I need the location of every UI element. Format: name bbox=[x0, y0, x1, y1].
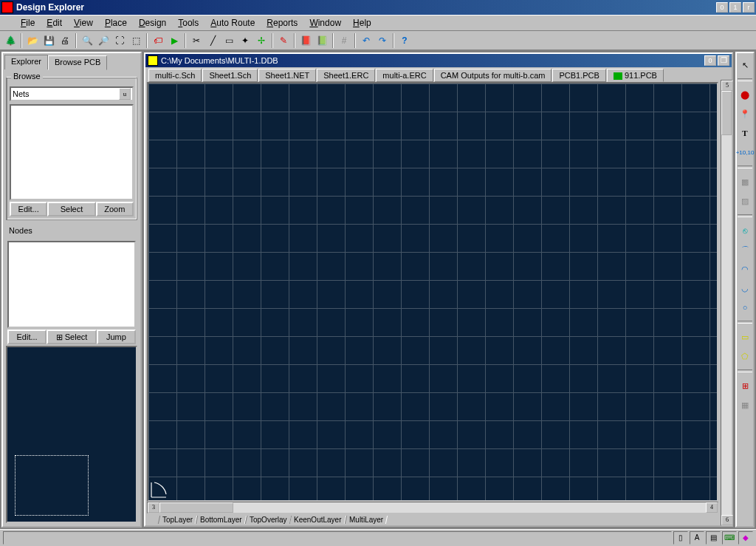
doc-tabs: multi-c.Sch Sheet1.Sch Sheet1.NET Sheet1… bbox=[145, 67, 732, 82]
pad-tool-icon[interactable]: 📍 bbox=[738, 106, 752, 121]
menu-reports[interactable]: Reports bbox=[261, 16, 303, 30]
scroll-right-icon[interactable]: 4 bbox=[706, 502, 718, 513]
zoom-in-icon[interactable]: 🔍 bbox=[80, 33, 94, 48]
layer-top[interactable]: TopLayer bbox=[158, 516, 197, 524]
v-scroll-thumb[interactable] bbox=[721, 91, 732, 135]
browse-type-select[interactable]: Nets bbox=[10, 86, 134, 101]
dimension-tool-icon[interactable]: +10,10 bbox=[738, 145, 752, 160]
book1-icon[interactable]: 📕 bbox=[298, 33, 313, 48]
run-icon[interactable]: ▶ bbox=[167, 33, 182, 48]
status-cell-2[interactable]: A bbox=[690, 531, 704, 545]
tab-911-pcb[interactable]: 911.PCB bbox=[607, 69, 664, 82]
status-cell-1[interactable]: ▯ bbox=[673, 531, 688, 545]
save-icon[interactable]: 💾 bbox=[41, 33, 56, 48]
select-icon[interactable]: ▭ bbox=[221, 33, 236, 48]
tab-sheet1-sch[interactable]: Sheet1.Sch bbox=[202, 69, 258, 82]
status-cell-5[interactable]: ◆ bbox=[738, 531, 753, 545]
print-icon[interactable]: 🖨 bbox=[58, 33, 72, 48]
h-scrollbar[interactable]: 3 4 bbox=[147, 502, 718, 513]
minimize-button[interactable] bbox=[716, 2, 728, 13]
via-tool-icon[interactable]: ⬤ bbox=[738, 87, 752, 102]
layer-topoverlay[interactable]: TopOverlay bbox=[245, 516, 292, 524]
open-icon[interactable]: 📂 bbox=[25, 33, 40, 48]
jump-button[interactable]: Jump bbox=[97, 330, 136, 344]
region-tool-icon[interactable]: ▨ bbox=[738, 194, 752, 208]
tab-sheet1-net[interactable]: Sheet1.NET bbox=[258, 69, 316, 82]
undo-icon[interactable]: ↶ bbox=[359, 33, 374, 48]
move-icon[interactable]: ✢ bbox=[254, 33, 269, 48]
help-icon[interactable]: ? bbox=[397, 33, 412, 48]
v-scroll-track[interactable] bbox=[721, 91, 732, 515]
arc-any-tool-icon[interactable]: ◡ bbox=[738, 281, 752, 296]
menu-autoroute[interactable]: Auto Route bbox=[205, 16, 261, 30]
doc-minimize-button[interactable] bbox=[704, 55, 716, 66]
cursor-tool-icon[interactable]: ↖ bbox=[738, 58, 752, 72]
tab-browse-pcb[interactable]: Browse PCB bbox=[48, 55, 107, 70]
track-tool-icon[interactable]: ⎋ bbox=[738, 223, 752, 238]
minimap[interactable] bbox=[6, 346, 137, 523]
h-scroll-thumb[interactable] bbox=[159, 502, 233, 513]
drc-icon[interactable]: ✎ bbox=[276, 33, 291, 48]
menu-window[interactable]: Window bbox=[303, 16, 347, 30]
zoom-area-icon[interactable]: ⬚ bbox=[128, 33, 143, 48]
array-tool-icon[interactable]: ⊞ bbox=[738, 378, 752, 393]
menu-place[interactable]: Place bbox=[99, 16, 133, 30]
scroll-left-icon[interactable]: 3 bbox=[148, 502, 159, 513]
layer-keepout[interactable]: KeenOutLayer bbox=[289, 516, 346, 524]
text-tool-icon[interactable]: T bbox=[738, 126, 752, 140]
nets-listbox[interactable] bbox=[10, 104, 134, 200]
select-button[interactable]: Select bbox=[47, 202, 95, 216]
menu-edit[interactable]: Edit bbox=[41, 16, 68, 30]
doc-restore-button[interactable]: ❐ bbox=[718, 55, 729, 66]
arc-edge-tool-icon[interactable]: ◠ bbox=[738, 262, 752, 276]
scroll-down-icon[interactable]: 6 bbox=[721, 515, 733, 525]
tab-multi-a-erc[interactable]: multi-a.ERC bbox=[376, 69, 433, 82]
zoom-fit-icon[interactable]: ⛶ bbox=[112, 33, 127, 48]
tree-icon[interactable]: 🌲 bbox=[3, 33, 18, 48]
fill-tool-icon[interactable]: ▩ bbox=[738, 174, 752, 189]
maximize-button[interactable] bbox=[729, 2, 741, 13]
room-tool-icon[interactable]: ▦ bbox=[738, 397, 752, 412]
tab-pcb1[interactable]: PCB1.PCB bbox=[552, 69, 605, 82]
arc-center-tool-icon[interactable]: ⌒ bbox=[738, 242, 752, 257]
pcb-canvas[interactable] bbox=[148, 83, 717, 500]
edit-button[interactable]: Edit... bbox=[10, 202, 47, 216]
menu-file[interactable]: File bbox=[15, 16, 41, 30]
doc-title-bar[interactable]: C:\My Documents\MULTI-1.DDB ❐ bbox=[145, 54, 732, 67]
tab-explorer[interactable]: Explorer bbox=[4, 55, 48, 69]
v-scrollbar[interactable]: 5 6 bbox=[721, 80, 732, 526]
tab-multi-c[interactable]: multi-c.Sch bbox=[148, 69, 202, 82]
zoom-button[interactable]: Zoom bbox=[96, 202, 134, 216]
tab-sheet1-erc[interactable]: Sheet1.ERC bbox=[317, 69, 375, 82]
full-circle-tool-icon[interactable]: ○ bbox=[738, 300, 752, 315]
zoom-out-icon[interactable]: 🔎 bbox=[96, 33, 111, 48]
redo-icon[interactable]: ↷ bbox=[375, 33, 390, 48]
rectangle-tool-icon[interactable]: ▭ bbox=[738, 330, 752, 344]
close-button[interactable] bbox=[743, 2, 755, 13]
browse-group-label: Browse bbox=[11, 72, 43, 81]
book2-icon[interactable]: 📗 bbox=[315, 33, 329, 48]
deselect-icon[interactable]: ✦ bbox=[238, 33, 252, 48]
layer-bottom[interactable]: BottomLayer bbox=[196, 516, 247, 524]
polygon-tool-icon[interactable]: ⬠ bbox=[738, 349, 752, 364]
menu-design[interactable]: Design bbox=[133, 16, 172, 30]
select2-button[interactable]: ⊞ Select bbox=[47, 330, 97, 344]
nodes-listbox[interactable] bbox=[7, 241, 136, 328]
status-cell-3[interactable]: ▤ bbox=[706, 531, 721, 545]
menu-help[interactable]: Help bbox=[347, 16, 377, 30]
edit2-button[interactable]: Edit... bbox=[7, 330, 47, 344]
dropdown-arrow-icon[interactable] bbox=[119, 88, 131, 100]
cut-icon[interactable]: ✂ bbox=[189, 33, 204, 48]
h-scroll-track[interactable] bbox=[159, 502, 706, 513]
tab-cam-outputs[interactable]: CAM Outputs for multi-b.cam bbox=[434, 69, 552, 82]
status-cell-4[interactable]: ⌨ bbox=[722, 531, 737, 545]
scroll-up-icon[interactable]: 5 bbox=[721, 81, 733, 91]
component-icon[interactable]: 🏷 bbox=[151, 33, 165, 48]
menu-view[interactable]: View bbox=[68, 16, 99, 30]
right-toolbar: ↖ ⬤ 📍 T +10,10 ▩ ▨ ⎋ ⌒ ◠ ◡ ○ ▭ ⬠ ⊞ ▦ bbox=[735, 52, 755, 528]
menu-tools[interactable]: Tools bbox=[172, 16, 205, 30]
line-icon[interactable]: ╱ bbox=[205, 33, 220, 48]
layer-multi[interactable]: MultiLayer bbox=[345, 516, 388, 524]
grid-icon[interactable]: # bbox=[337, 33, 351, 48]
pcb-tab-icon bbox=[614, 72, 622, 80]
